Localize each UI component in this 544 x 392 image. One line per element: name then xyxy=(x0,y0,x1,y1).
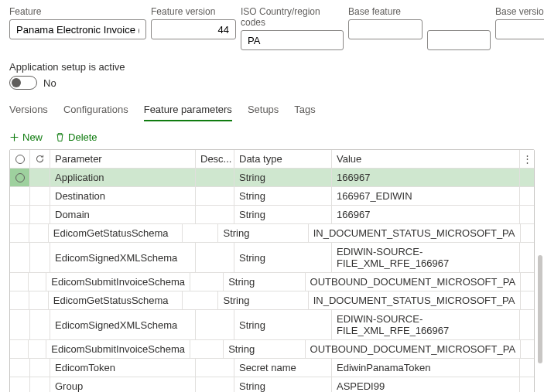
cell-menu xyxy=(520,310,534,339)
cell-parameter: EdicomGetStatusSchema xyxy=(49,224,183,242)
iso-input[interactable] xyxy=(241,30,344,50)
cell-datatype: String xyxy=(218,224,308,242)
cell-value: 166967_EDIWIN xyxy=(332,187,520,205)
row-spacer xyxy=(30,243,50,272)
table-row[interactable]: DestinationString166967_EDIWIN xyxy=(10,187,534,206)
header-datatype[interactable]: Data type xyxy=(234,150,332,168)
radio-icon xyxy=(15,173,25,182)
field-base-version: Base version xyxy=(495,6,544,50)
cell-description xyxy=(196,377,234,392)
header-refresh[interactable] xyxy=(30,150,50,168)
base-feature-input[interactable] xyxy=(348,19,423,39)
table-row[interactable]: EdicomGetStatusSchemaStringIN_DOCUMENT_S… xyxy=(10,291,534,310)
row-spacer xyxy=(30,169,50,186)
header-parameter[interactable]: Parameter xyxy=(50,150,196,168)
scrollbar[interactable] xyxy=(538,255,542,363)
new-button[interactable]: New xyxy=(9,130,43,145)
row-select[interactable] xyxy=(10,273,29,291)
cell-datatype: String xyxy=(234,187,332,205)
row-select[interactable] xyxy=(10,310,30,339)
table-row[interactable]: EdicomSubmitInvoiceSchemaStringOUTBOUND_… xyxy=(10,273,534,291)
cell-description xyxy=(196,243,234,272)
table-row[interactable]: EdicomTokenSecret nameEdiwinPanamaToken xyxy=(10,359,534,377)
cell-menu xyxy=(520,243,534,272)
row-select[interactable] xyxy=(10,224,29,242)
row-spacer xyxy=(29,224,49,242)
table-row[interactable]: EdicomSignedXMLSchemaStringEDIWIN-SOURCE… xyxy=(10,310,534,340)
cell-value: 166967 xyxy=(332,169,520,186)
field-iso: ISO Country/region codes xyxy=(241,6,344,50)
cell-datatype: String xyxy=(234,169,332,186)
base-feature-input2[interactable] xyxy=(427,30,491,50)
cell-menu xyxy=(521,340,534,358)
table-row[interactable]: EdicomSignedXMLSchemaStringEDIWIN-SOURCE… xyxy=(10,243,534,273)
cell-description xyxy=(183,224,219,242)
row-spacer xyxy=(30,310,50,339)
cell-description xyxy=(196,359,234,377)
tab-versions[interactable]: Versions xyxy=(9,101,48,121)
row-spacer xyxy=(30,377,50,392)
cell-datatype: String xyxy=(224,340,305,358)
cell-value: OUTBOUND_DOCUMENT_MICROSOFT_PA xyxy=(306,273,522,291)
tab-setups[interactable]: Setups xyxy=(248,101,279,121)
base-feature-label: Base feature xyxy=(348,6,423,17)
new-label: New xyxy=(22,131,43,143)
cell-description xyxy=(196,206,234,223)
cell-parameter: EdicomSignedXMLSchema xyxy=(50,243,196,272)
cell-description xyxy=(196,187,234,205)
row-select[interactable] xyxy=(10,169,30,186)
cell-datatype: String xyxy=(224,273,305,291)
feature-version-label: Feature version xyxy=(151,6,236,17)
feature-input[interactable] xyxy=(9,19,146,39)
row-select[interactable] xyxy=(10,359,30,377)
cell-parameter: Destination xyxy=(50,187,196,205)
header-value[interactable]: Value xyxy=(332,150,520,168)
cell-description xyxy=(196,169,234,186)
cell-description xyxy=(190,273,224,291)
toolbar: New Delete xyxy=(9,130,535,145)
tab-feature-parameters[interactable]: Feature parameters xyxy=(144,101,232,121)
header-menu[interactable]: ⋮ xyxy=(520,150,534,168)
row-select[interactable] xyxy=(10,291,29,309)
tab-configurations[interactable]: Configurations xyxy=(63,101,128,121)
feature-version-input[interactable] xyxy=(151,19,236,39)
table-row[interactable]: EdicomGetStatusSchemaStringIN_DOCUMENT_S… xyxy=(10,224,534,243)
cell-value: EDIWIN-SOURCE-FILE_XML_RFE_166967 xyxy=(332,310,520,339)
cell-parameter: EdicomSubmitInvoiceSchema xyxy=(46,340,190,358)
cell-parameter: EdicomGetStatusSchema xyxy=(49,291,183,309)
status-label: Application setup is active xyxy=(9,61,535,73)
row-spacer xyxy=(29,340,47,358)
trash-icon xyxy=(55,132,65,142)
cell-parameter: EdicomToken xyxy=(50,359,196,377)
table-row[interactable]: ApplicationString166967 xyxy=(10,169,534,187)
cell-value: EdiwinPanamaToken xyxy=(332,359,520,377)
row-select[interactable] xyxy=(10,340,29,358)
cell-parameter: Group xyxy=(50,377,196,392)
table-row[interactable]: GroupStringASPEDI99 xyxy=(10,377,534,392)
header-fields: Feature Feature version ISO Country/regi… xyxy=(9,6,535,50)
cell-parameter: Application xyxy=(50,169,196,186)
header-description[interactable]: Desc... xyxy=(196,150,234,168)
cell-datatype: String xyxy=(234,206,332,223)
row-select[interactable] xyxy=(10,206,30,223)
field-base-feature: Base feature xyxy=(348,6,423,50)
row-select[interactable] xyxy=(10,187,30,205)
row-spacer xyxy=(30,187,50,205)
cell-description xyxy=(183,291,219,309)
cell-parameter: EdicomSignedXMLSchema xyxy=(50,310,196,339)
delete-label: Delete xyxy=(68,131,98,143)
table-row[interactable]: DomainString166967 xyxy=(10,206,534,224)
cell-datatype: String xyxy=(234,310,332,339)
row-select[interactable] xyxy=(10,243,30,272)
tab-tags[interactable]: Tags xyxy=(294,101,315,121)
cell-menu xyxy=(521,291,534,309)
field-feature: Feature xyxy=(9,6,146,50)
delete-button[interactable]: Delete xyxy=(55,130,98,145)
base-version-input[interactable] xyxy=(495,19,544,39)
row-spacer xyxy=(30,359,50,377)
row-select[interactable] xyxy=(10,377,30,392)
cell-parameter: Domain xyxy=(50,206,196,223)
active-toggle[interactable] xyxy=(9,76,37,90)
table-row[interactable]: EdicomSubmitInvoiceSchemaStringOUTBOUND_… xyxy=(10,340,534,359)
header-select[interactable] xyxy=(10,150,30,168)
